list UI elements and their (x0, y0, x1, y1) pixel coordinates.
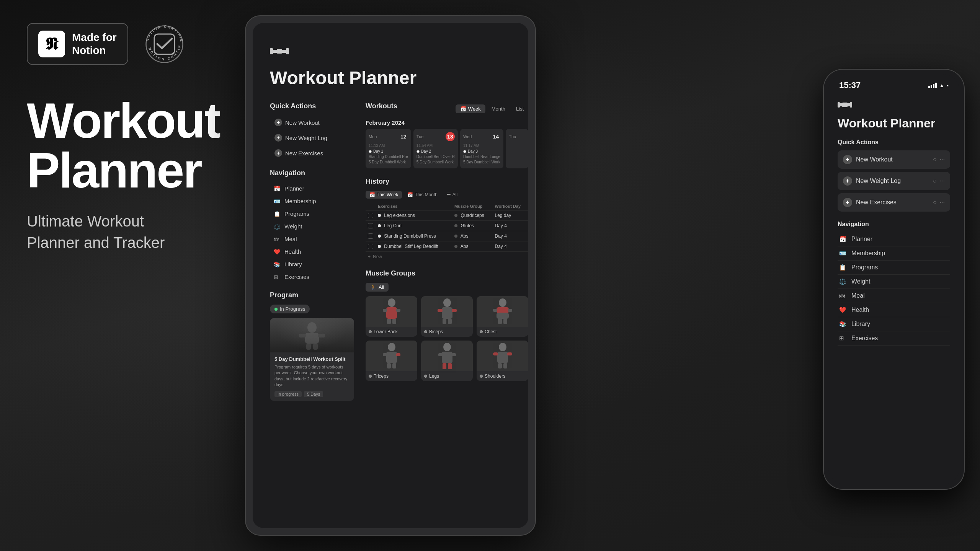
calendar-day-4: Thu (506, 129, 528, 168)
phone-new-workout-label: New Workout (856, 156, 893, 163)
new-workout-btn[interactable]: + New Workout (270, 116, 354, 129)
svg-point-27 (499, 298, 506, 307)
workouts-view-tabs: 📅 Week Month List (456, 104, 528, 113)
notion-badge: 𝕹 Made for Notion (27, 23, 128, 65)
muscle-groups-label: Muscle Groups (366, 269, 528, 277)
dots-icon-1[interactable]: ··· (940, 156, 945, 163)
phone-new-exercises-btn[interactable]: + New Exercises ○ ··· (838, 193, 950, 212)
row-exercise-2: Leg Curl (376, 221, 452, 231)
muscle-card-lower-back[interactable]: Lower Back (366, 296, 417, 337)
cal-day-header-4: Thu (509, 132, 525, 141)
nav-membership[interactable]: 🪪 Membership (270, 195, 354, 207)
cal-workout-name-1: Day 1 (373, 149, 383, 153)
muscle-filter-all[interactable]: 🚶 All (366, 283, 389, 292)
phone-nav-planner[interactable]: 📅 Planner (838, 232, 950, 246)
row-day-3: Day 4 (493, 231, 528, 241)
muscle-figure-row2-2 (436, 342, 459, 369)
checkbox-1[interactable] (368, 213, 373, 218)
program-card[interactable]: 5 Day Dumbbell Workout Split Program req… (270, 318, 354, 401)
nav-weight[interactable]: ⚖️ Weight (270, 220, 354, 232)
svg-rect-18 (396, 309, 400, 312)
muscle-card-row2-1[interactable]: Triceps (366, 341, 417, 381)
phone-nav-weight[interactable]: ⚖️ Weight (838, 275, 950, 289)
cal-icon-month: 📅 (407, 192, 413, 197)
phone-exercises-icon: ⊞ (839, 335, 847, 342)
th-muscle: Muscle Group (452, 202, 492, 210)
checkbox-4[interactable] (368, 244, 373, 249)
health-icon: ❤️ (274, 249, 281, 255)
muscle-card-biceps[interactable]: Biceps (421, 296, 473, 337)
cal-day-num-1: 12 (399, 132, 408, 141)
tab-all[interactable]: ☰ All (443, 191, 461, 199)
phone-device: 15:37 ▲ ▪ (823, 69, 965, 490)
chest-figure (491, 298, 514, 325)
lower-back-figure (380, 298, 403, 325)
tab-this-month[interactable]: 📅 This Month (403, 191, 441, 199)
navigation-label: Navigation (270, 169, 354, 177)
nav-exercises[interactable]: ⊞ Exercises (270, 271, 354, 283)
nav-programs[interactable]: 📋 Programs (270, 208, 354, 220)
phone-nav-programs[interactable]: 📋 Programs (838, 261, 950, 275)
calendar-day-2: Tue 13 11:54 AM Day 2 Dumbbell Bent Over… (413, 129, 458, 168)
phone-nav-exercises[interactable]: ⊞ Exercises (838, 331, 950, 346)
biceps-figure (436, 298, 459, 325)
muscle-dot-1 (454, 214, 457, 217)
phone-status-bar: 15:37 ▲ ▪ (828, 74, 959, 93)
svg-rect-47 (497, 352, 508, 363)
svg-rect-35 (386, 352, 397, 363)
muscle-img-biceps (421, 296, 473, 327)
phone-new-weight-label: New Weight Log (856, 178, 901, 184)
svg-rect-26 (448, 319, 452, 324)
tab-week[interactable]: 📅 Week (456, 104, 485, 113)
phone-nav-library[interactable]: 📚 Library (838, 317, 950, 331)
phone-new-exercises-label: New Exercises (856, 199, 897, 206)
cal-workout-label-1: Day 1 (369, 149, 408, 153)
phone-new-weight-icon: + (843, 176, 852, 186)
phone-nav-membership[interactable]: 🪪 Membership (838, 246, 950, 261)
phone-membership-icon: 🪪 (839, 250, 847, 257)
dots-icon-3[interactable]: ··· (940, 199, 945, 206)
tab-this-week[interactable]: 📅 This Week (366, 191, 402, 199)
nav-health[interactable]: ❤️ Health (270, 246, 354, 258)
tab-list[interactable]: List (511, 104, 528, 113)
phone-nav-health[interactable]: ❤️ Health (838, 303, 950, 317)
add-new-history-btn[interactable]: + New (366, 252, 528, 262)
svg-rect-32 (498, 319, 502, 324)
muscle-img-row2-1 (366, 341, 417, 371)
phone-new-workout-btn[interactable]: + New Workout ○ ··· (838, 150, 950, 169)
phone-library-icon: 📚 (839, 321, 847, 328)
muscle-card-row2-3[interactable]: Shoulders (477, 341, 528, 381)
phone-new-weight-btn[interactable]: + New Weight Log ○ ··· (838, 172, 950, 190)
nav-meal[interactable]: 🍽 Meal (270, 233, 354, 245)
svg-rect-24 (452, 309, 457, 312)
svg-rect-41 (442, 352, 452, 363)
dots-icon-2[interactable]: ··· (940, 178, 945, 184)
history-table-body: Leg extensions Quadriceps Leg day (366, 210, 528, 252)
svg-rect-31 (508, 309, 512, 312)
tablet-page-title: Workout Planner (270, 67, 511, 88)
svg-rect-44 (443, 363, 446, 369)
muscle-label-row2-2: Legs (421, 371, 473, 381)
checkbox-3[interactable] (368, 233, 373, 239)
svg-point-46 (499, 343, 506, 351)
muscle-dot-row2-2 (424, 375, 427, 378)
phone-nav-meal[interactable]: 🍽 Meal (838, 289, 950, 303)
muscle-card-row2-2[interactable]: Legs (421, 341, 473, 381)
new-weight-log-btn[interactable]: + New Weight Log (270, 131, 354, 145)
table-row: Standing Dumbbell Press Abs Day 4 (366, 231, 528, 241)
svg-rect-12 (318, 334, 325, 337)
muscle-card-chest[interactable]: Chest (477, 296, 528, 337)
phone-new-exercises-icon: + (843, 198, 852, 207)
cal-day-name-1: Mon (369, 134, 377, 139)
tablet-app-icon (270, 42, 511, 60)
phone-new-exercises-left: + New Exercises (843, 198, 897, 207)
checkbox-2[interactable] (368, 223, 373, 228)
svg-rect-29 (497, 313, 509, 319)
nav-library[interactable]: 📚 Library (270, 258, 354, 270)
nav-planner[interactable]: 📅 Planner (270, 183, 354, 194)
calendar-day-1: Mon 12 11:13 AM Day 1 Standing Dumbbell … (366, 129, 411, 168)
muscle-img-chest (477, 296, 528, 327)
tab-month[interactable]: Month (487, 104, 510, 113)
tablet-right-column: Workouts 📅 Week Month List (366, 102, 528, 401)
new-exercises-btn[interactable]: + New Exercises (270, 146, 354, 160)
